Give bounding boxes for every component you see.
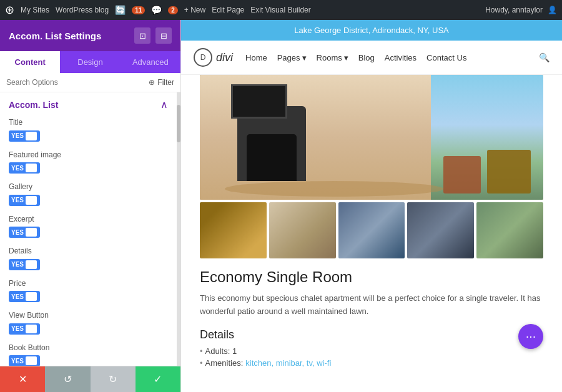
toggle-title-value: YES xyxy=(11,132,24,139)
toggle-view-button-switch[interactable]: YES xyxy=(9,323,40,335)
undo-button[interactable]: ↺ xyxy=(45,366,90,392)
toggle-price-value: YES xyxy=(11,293,24,300)
toggle-gallery-value: YES xyxy=(11,197,24,203)
updates-count: 11 xyxy=(132,6,145,14)
nav-home[interactable]: Home xyxy=(245,53,267,62)
nav-pages[interactable]: Pages ▾ xyxy=(277,53,307,62)
toggle-details: Details YES xyxy=(9,247,168,270)
room-main-image xyxy=(200,75,543,200)
my-sites-link[interactable]: My Sites xyxy=(21,6,49,14)
logo-circle: D xyxy=(194,48,212,67)
filter-label: Filter xyxy=(157,78,174,87)
thumbnail-4[interactable] xyxy=(407,202,474,258)
details-title: Details xyxy=(200,328,543,341)
chevron-down-icon: ▾ xyxy=(344,53,348,62)
nav-blog[interactable]: Blog xyxy=(358,53,375,62)
toggle-gallery-knob xyxy=(26,196,37,205)
comments-icon: 💬 xyxy=(151,5,162,15)
thumbnail-row xyxy=(200,202,543,258)
exit-builder-link[interactable]: Exit Visual Builder xyxy=(250,6,311,14)
toggle-view-button: View Button YES xyxy=(9,311,168,335)
panel-toolbar: ✕ ↺ ↻ ✓ xyxy=(0,366,180,392)
settings-panel: Accom. List Settings ⊡ ⊟ Content Design … xyxy=(0,20,181,392)
site-logo: D divi xyxy=(194,48,233,67)
logo-text: divi xyxy=(216,51,233,64)
toggle-details-knob xyxy=(26,260,37,269)
toggle-view-button-label: View Button xyxy=(9,311,168,320)
room-content: Economy Single Room This economy but spe… xyxy=(181,75,562,389)
scroll-indicator[interactable] xyxy=(177,92,180,366)
filter-button[interactable]: ⊕ Filter xyxy=(149,78,174,87)
toggle-view-button-knob xyxy=(26,325,37,333)
detail-amenities-label: Amenities: xyxy=(205,358,244,368)
section-header: Accom. List ∧ xyxy=(9,99,168,110)
thumbnail-3[interactable] xyxy=(338,202,405,258)
toggle-featured-image: Featured image YES xyxy=(9,150,168,174)
collapse-button[interactable]: ∧ xyxy=(160,99,168,110)
detail-amenities: Amenities: kitchen, minibar, tv, wi-fi xyxy=(200,358,543,368)
toggle-book-button-value: YES xyxy=(11,358,24,365)
fab-button[interactable]: ··· xyxy=(518,324,543,349)
toggle-title-switch[interactable]: YES xyxy=(9,130,40,142)
nav-contact[interactable]: Contact Us xyxy=(426,53,466,62)
site-preview: Lake George District, Adirondack, NY, US… xyxy=(181,20,562,392)
close-icon: ✕ xyxy=(19,373,27,385)
detail-adults: Adults: 1 xyxy=(200,346,543,356)
thumbnail-2[interactable] xyxy=(269,202,336,258)
thumbnail-5[interactable] xyxy=(476,202,543,258)
search-input[interactable] xyxy=(6,78,145,87)
toggle-excerpt-knob xyxy=(26,228,37,237)
toggle-excerpt-switch[interactable]: YES xyxy=(9,227,40,238)
room-title: Economy Single Room xyxy=(200,268,543,286)
panel-layout-icon[interactable]: ⊟ xyxy=(155,27,172,44)
blog-name-link[interactable]: WordPress blog xyxy=(56,6,109,14)
user-avatar-icon: 👤 xyxy=(548,6,557,14)
topbar-text: Lake George District, Adirondack, NY, US… xyxy=(294,26,449,35)
edit-page-link[interactable]: Edit Page xyxy=(212,6,244,14)
toggle-details-value: YES xyxy=(11,261,24,268)
redo-icon: ↻ xyxy=(109,373,117,385)
tab-design[interactable]: Design xyxy=(60,51,120,73)
toggle-excerpt-value: YES xyxy=(11,229,24,236)
nav-activities[interactable]: Activities xyxy=(385,53,417,62)
fab-icon: ··· xyxy=(526,329,536,343)
panel-title: Accom. List Settings xyxy=(9,31,101,41)
redo-button[interactable]: ↻ xyxy=(91,366,136,392)
toggle-title-label: Title xyxy=(9,118,168,127)
panel-responsive-icon[interactable]: ⊡ xyxy=(134,27,150,44)
toggle-price: Price YES xyxy=(9,279,168,303)
save-button[interactable]: ✓ xyxy=(136,366,180,392)
toggle-book-button-switch[interactable]: YES xyxy=(9,355,40,366)
toggle-book-button-label: Book Button xyxy=(9,343,168,352)
toggle-details-switch[interactable]: YES xyxy=(9,259,40,270)
toggle-book-button-knob xyxy=(26,356,37,365)
toggle-featured-image-knob xyxy=(26,164,37,172)
chevron-down-icon: ▾ xyxy=(302,53,307,62)
nav-links: Home Pages ▾ Rooms ▾ Blog Activities Con… xyxy=(245,52,550,62)
toggle-book-button: Book Button YES xyxy=(9,343,168,366)
toggle-featured-image-label: Featured image xyxy=(9,150,168,159)
toggle-title: Title YES xyxy=(9,118,168,142)
toggle-price-switch[interactable]: YES xyxy=(9,291,40,302)
comments-count: 2 xyxy=(168,6,178,14)
filter-icon: ⊕ xyxy=(149,78,155,87)
tab-content[interactable]: Content xyxy=(0,51,60,73)
panel-header: Accom. List Settings ⊡ ⊟ xyxy=(0,20,180,51)
panel-search-bar: ⊕ Filter xyxy=(0,73,180,92)
undo-icon: ↺ xyxy=(64,373,72,385)
save-icon: ✓ xyxy=(154,373,162,385)
updates-badge: 🔄 xyxy=(115,5,126,15)
close-button[interactable]: ✕ xyxy=(0,366,45,392)
toggle-gallery-switch[interactable]: YES xyxy=(9,195,40,206)
room-description: This economy but specious chalet apartme… xyxy=(200,292,543,318)
site-topbar: Lake George District, Adirondack, NY, US… xyxy=(181,20,562,41)
new-link[interactable]: + New xyxy=(184,6,205,14)
toggle-featured-image-switch[interactable]: YES xyxy=(9,162,40,174)
toggle-details-label: Details xyxy=(9,247,168,255)
amenities-links[interactable]: kitchen, minibar, tv, wi-fi xyxy=(245,358,331,368)
thumbnail-1[interactable] xyxy=(200,202,267,258)
tab-advanced[interactable]: Advanced xyxy=(121,51,180,73)
toggle-featured-image-value: YES xyxy=(11,165,24,172)
nav-rooms[interactable]: Rooms ▾ xyxy=(317,53,348,62)
search-icon[interactable]: 🔍 xyxy=(539,52,550,62)
